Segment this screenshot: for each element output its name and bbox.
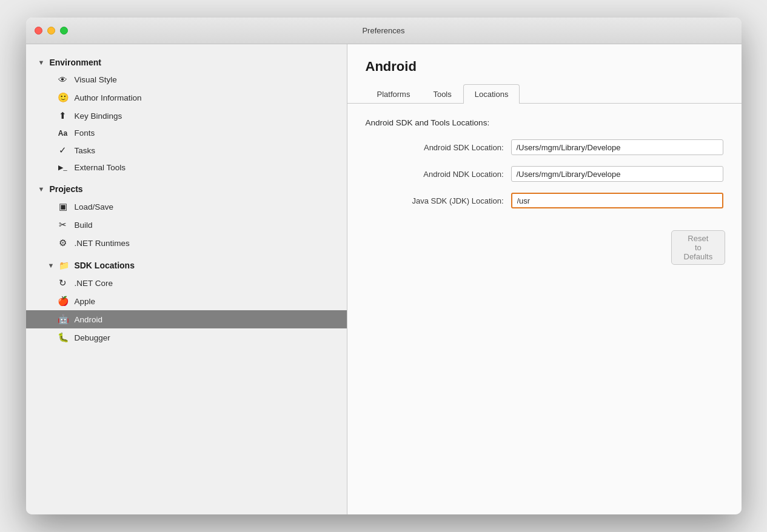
sidebar-item-label: Author Information: [75, 93, 142, 102]
eye-icon: 👁: [58, 75, 69, 85]
sidebar-item-label: Android: [75, 315, 103, 324]
tab-tools[interactable]: Tools: [421, 84, 463, 104]
main-panel: Android Platforms Tools Locations Androi…: [347, 44, 742, 514]
loadsave-icon: ▣: [58, 201, 69, 212]
dotnet-icon: ↻: [58, 278, 69, 288]
sidebar-item-load-save[interactable]: ▣ Load/Save: [26, 198, 347, 216]
sidebar-item-visual-style[interactable]: 👁 Visual Style: [26, 71, 347, 88]
sidebar-item-label: .NET Runtimes: [75, 239, 130, 248]
sidebar-item-label: .NET Core: [75, 279, 113, 288]
sdk-arrow-icon: ▼: [48, 262, 55, 269]
environment-label: Environment: [49, 58, 101, 67]
sidebar-item-author-info[interactable]: 🙂 Author Information: [26, 88, 347, 107]
tab-platforms[interactable]: Platforms: [366, 84, 422, 104]
android-icon: 🤖: [58, 314, 69, 325]
fonts-icon: Aa: [58, 129, 69, 138]
sidebar-item-label: Apple: [75, 297, 96, 306]
projects-arrow-icon: ▼: [38, 185, 45, 193]
sdk-location-row: Android SDK Location:: [366, 139, 723, 155]
sidebar-section-environment[interactable]: ▼ Environment: [26, 54, 347, 71]
apple-icon: 🍎: [58, 296, 69, 307]
sidebar-item-android[interactable]: 🤖 Android: [26, 310, 347, 328]
main-content: ▼ Environment 👁 Visual Style 🙂 Author In…: [26, 44, 742, 514]
sidebar-section-sdk-locations[interactable]: ▼ 📁 SDK Locations: [26, 257, 347, 274]
sidebar-section-projects[interactable]: ▼ Projects: [26, 181, 347, 198]
environment-arrow-icon: ▼: [38, 59, 45, 66]
sdk-location-input[interactable]: [511, 139, 723, 155]
folder-icon: 📁: [59, 261, 69, 270]
reset-to-defaults-button[interactable]: Reset to Defaults: [671, 230, 726, 265]
build-icon: ✂: [58, 219, 69, 230]
titlebar: Preferences: [26, 18, 742, 44]
sidebar-item-label: Debugger: [75, 333, 110, 342]
tabs-bar: Platforms Tools Locations: [347, 84, 742, 104]
ndk-location-row: Android NDK Location:: [366, 166, 723, 182]
sidebar-item-external-tools[interactable]: ▶_ External Tools: [26, 159, 347, 176]
sidebar-item-tasks[interactable]: ✓ Tasks: [26, 141, 347, 159]
sidebar-item-key-bindings[interactable]: ⬆ Key Bindings: [26, 107, 347, 125]
traffic-lights: [35, 27, 68, 35]
sidebar-item-label: External Tools: [75, 163, 126, 172]
sidebar-item-label: Visual Style: [75, 75, 117, 84]
sidebar-item-build[interactable]: ✂ Build: [26, 216, 347, 234]
page-title: Android: [347, 44, 742, 84]
ndk-location-label: Android NDK Location:: [366, 170, 511, 179]
sidebar-item-fonts[interactable]: Aa Fonts: [26, 125, 347, 141]
sdk-locations-label: SDK Locations: [74, 261, 135, 270]
jdk-location-input[interactable]: [511, 193, 723, 208]
projects-label: Projects: [49, 184, 82, 194]
sdk-location-label: Android SDK Location:: [366, 143, 511, 152]
tab-locations[interactable]: Locations: [463, 84, 520, 104]
jdk-location-row: Java SDK (JDK) Location:: [366, 193, 723, 208]
sidebar: ▼ Environment 👁 Visual Style 🙂 Author In…: [26, 44, 347, 514]
sidebar-item-label: Build: [75, 221, 93, 230]
sidebar-item-net-core[interactable]: ↻ .NET Core: [26, 274, 347, 292]
sidebar-item-net-runtimes[interactable]: ⚙ .NET Runtimes: [26, 234, 347, 252]
sidebar-item-apple[interactable]: 🍎 Apple: [26, 292, 347, 310]
keyboard-icon: ⬆: [58, 110, 69, 121]
gear-icon: ⚙: [58, 238, 69, 248]
window-title: Preferences: [362, 26, 404, 35]
close-button[interactable]: [35, 27, 42, 35]
sidebar-item-label: Tasks: [75, 146, 96, 155]
bug-icon: 🐛: [58, 332, 69, 343]
section-description: Android SDK and Tools Locations:: [366, 118, 723, 127]
sidebar-item-label: Fonts: [75, 128, 95, 138]
sidebar-item-label: Load/Save: [75, 202, 114, 211]
jdk-location-label: Java SDK (JDK) Location:: [366, 196, 511, 205]
terminal-icon: ▶_: [58, 164, 69, 171]
reset-button-container: Reset to Defaults: [518, 221, 723, 265]
checkmark-icon: ✓: [58, 145, 69, 156]
preferences-window: Preferences ▼ Environment 👁 Visual Style…: [26, 18, 742, 514]
locations-panel-content: Android SDK and Tools Locations: Android…: [347, 104, 742, 514]
minimize-button[interactable]: [47, 27, 55, 35]
sidebar-item-debugger[interactable]: 🐛 Debugger: [26, 328, 347, 347]
ndk-location-input[interactable]: [511, 166, 723, 182]
smiley-icon: 🙂: [58, 92, 69, 103]
maximize-button[interactable]: [60, 27, 68, 35]
sidebar-item-label: Key Bindings: [75, 111, 122, 121]
